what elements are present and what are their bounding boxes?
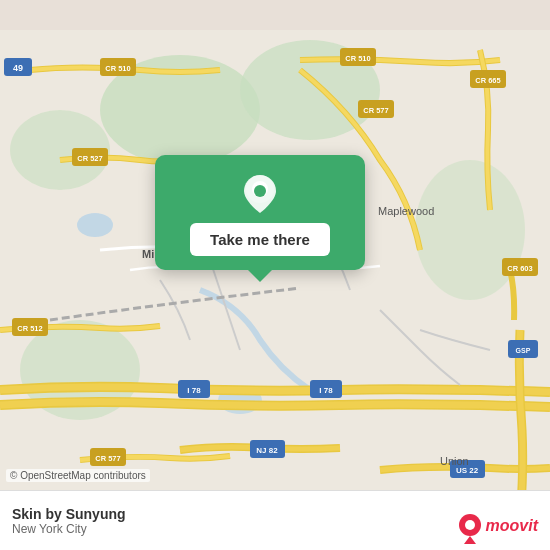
svg-text:CR 577: CR 577 bbox=[363, 106, 388, 115]
svg-text:CR 665: CR 665 bbox=[475, 76, 500, 85]
svg-text:I 78: I 78 bbox=[187, 386, 201, 395]
svg-text:CR 510: CR 510 bbox=[105, 64, 130, 73]
svg-text:CR 577: CR 577 bbox=[95, 454, 120, 463]
svg-text:CR 527: CR 527 bbox=[77, 154, 102, 163]
popup-card: Take me there bbox=[155, 155, 365, 270]
svg-text:CR 510: CR 510 bbox=[345, 54, 370, 63]
moovit-brand-text: moovit bbox=[486, 517, 538, 535]
svg-text:US 22: US 22 bbox=[456, 466, 479, 475]
location-pin-icon bbox=[238, 171, 282, 215]
take-me-there-button[interactable]: Take me there bbox=[190, 223, 330, 256]
moovit-icon bbox=[454, 512, 486, 544]
svg-text:49: 49 bbox=[13, 63, 23, 73]
svg-point-43 bbox=[465, 520, 475, 530]
map-svg: I 78 I 78 NJ 82 US 22 GSP CR 510 CR 510 … bbox=[0, 0, 550, 550]
svg-text:CR 512: CR 512 bbox=[17, 324, 42, 333]
bottom-bar: Skin by Sunyung New York City moovit bbox=[0, 490, 550, 550]
moovit-logo: moovit bbox=[454, 512, 538, 540]
svg-point-6 bbox=[77, 213, 113, 237]
svg-text:NJ 82: NJ 82 bbox=[256, 446, 278, 455]
svg-text:Union: Union bbox=[440, 455, 469, 467]
svg-text:GSP: GSP bbox=[516, 347, 531, 354]
copyright-text: © OpenStreetMap contributors bbox=[6, 469, 150, 482]
svg-point-41 bbox=[254, 185, 266, 197]
svg-point-5 bbox=[415, 160, 525, 300]
map-container: I 78 I 78 NJ 82 US 22 GSP CR 510 CR 510 … bbox=[0, 0, 550, 550]
svg-text:Maplewood: Maplewood bbox=[378, 205, 434, 217]
svg-text:I 78: I 78 bbox=[319, 386, 333, 395]
svg-text:CR 603: CR 603 bbox=[507, 264, 532, 273]
